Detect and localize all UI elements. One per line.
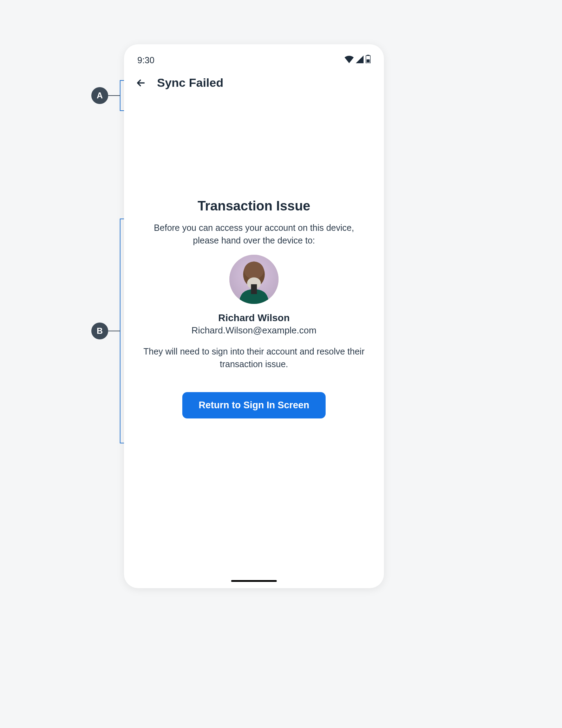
wifi-icon bbox=[345, 55, 354, 65]
svg-rect-7 bbox=[251, 284, 257, 294]
annotation-bracket-b bbox=[120, 219, 124, 443]
app-bar: Sync Failed bbox=[124, 69, 384, 97]
phone-frame: 9:30 Sync Failed Transaction Issue Befor… bbox=[124, 44, 384, 588]
status-bar: 9:30 bbox=[124, 44, 384, 69]
status-icons bbox=[345, 55, 371, 65]
battery-icon bbox=[366, 55, 371, 65]
content-area: Transaction Issue Before you can access … bbox=[124, 97, 384, 418]
annotation-bracket-a bbox=[120, 80, 124, 111]
content-title: Transaction Issue bbox=[142, 199, 366, 214]
arrow-left-icon bbox=[135, 77, 146, 89]
user-avatar bbox=[229, 255, 279, 304]
back-button[interactable] bbox=[135, 77, 147, 89]
content-intro: Before you can access your account on th… bbox=[142, 221, 366, 247]
annotation-b: B bbox=[91, 323, 120, 339]
svg-rect-2 bbox=[367, 59, 370, 63]
status-time: 9:30 bbox=[137, 55, 155, 65]
annotation-a: A bbox=[91, 87, 120, 104]
svg-point-5 bbox=[244, 261, 264, 279]
avatar-image bbox=[229, 255, 279, 304]
user-email: Richard.Wilson@example.com bbox=[142, 325, 366, 336]
content-instruction: They will need to sign into their accoun… bbox=[142, 345, 366, 371]
signal-icon bbox=[356, 55, 364, 65]
annotation-badge-b: B bbox=[91, 323, 108, 339]
app-bar-title: Sync Failed bbox=[157, 76, 223, 90]
annotation-badge-a: A bbox=[91, 87, 108, 104]
return-signin-button[interactable]: Return to Sign In Screen bbox=[182, 392, 325, 418]
user-name: Richard Wilson bbox=[142, 312, 366, 324]
nav-indicator bbox=[231, 580, 277, 582]
